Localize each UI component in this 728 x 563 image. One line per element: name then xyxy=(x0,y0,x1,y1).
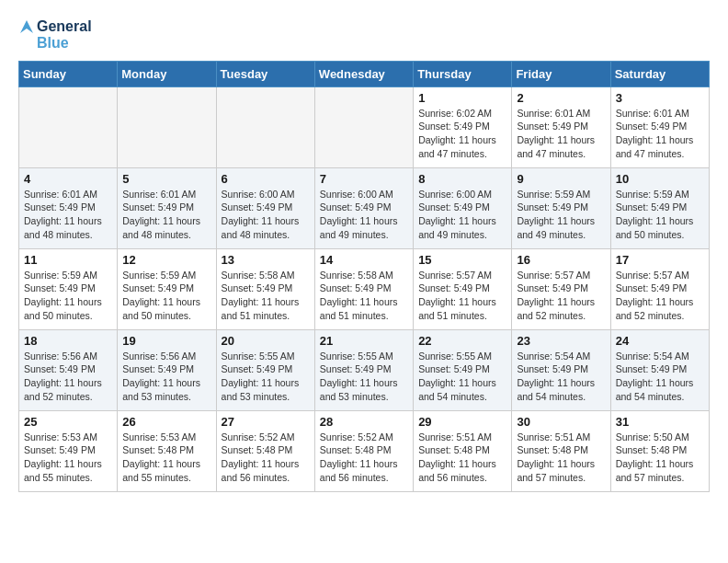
calendar-empty-cell xyxy=(19,86,118,167)
day-number: 22 xyxy=(418,334,506,348)
day-number: 21 xyxy=(320,334,408,348)
day-number: 14 xyxy=(320,253,408,267)
day-number: 29 xyxy=(418,415,506,429)
calendar-day-cell: 14Sunrise: 5:58 AM Sunset: 5:49 PM Dayli… xyxy=(314,248,413,329)
calendar-day-cell: 21Sunrise: 5:55 AM Sunset: 5:49 PM Dayli… xyxy=(314,329,413,410)
day-number: 30 xyxy=(517,415,605,429)
day-info: Sunrise: 5:59 AM Sunset: 5:49 PM Dayligh… xyxy=(517,188,605,242)
calendar-day-cell: 10Sunrise: 5:59 AM Sunset: 5:49 PM Dayli… xyxy=(610,167,709,248)
weekday-header-row: SundayMondayTuesdayWednesdayThursdayFrid… xyxy=(19,61,710,86)
day-number: 19 xyxy=(122,334,210,348)
calendar-day-cell: 30Sunrise: 5:51 AM Sunset: 5:48 PM Dayli… xyxy=(512,410,610,491)
day-info: Sunrise: 5:56 AM Sunset: 5:49 PM Dayligh… xyxy=(24,350,112,404)
weekday-header-saturday: Saturday xyxy=(610,61,709,86)
calendar-day-cell: 5Sunrise: 6:01 AM Sunset: 5:49 PM Daylig… xyxy=(118,167,216,248)
calendar-day-cell: 19Sunrise: 5:56 AM Sunset: 5:49 PM Dayli… xyxy=(118,329,216,410)
calendar-day-cell: 4Sunrise: 6:01 AM Sunset: 5:49 PM Daylig… xyxy=(19,167,118,248)
calendar-empty-cell xyxy=(314,86,413,167)
day-number: 17 xyxy=(616,253,704,267)
page-header: General Blue xyxy=(18,18,710,52)
day-info: Sunrise: 6:00 AM Sunset: 5:49 PM Dayligh… xyxy=(418,188,506,242)
day-info: Sunrise: 5:56 AM Sunset: 5:49 PM Dayligh… xyxy=(122,350,210,404)
calendar-day-cell: 27Sunrise: 5:52 AM Sunset: 5:48 PM Dayli… xyxy=(216,410,314,491)
day-number: 6 xyxy=(222,172,310,186)
day-info: Sunrise: 5:53 AM Sunset: 5:49 PM Dayligh… xyxy=(24,431,112,485)
calendar-day-cell: 31Sunrise: 5:50 AM Sunset: 5:48 PM Dayli… xyxy=(610,410,709,491)
day-number: 1 xyxy=(418,91,506,105)
day-info: Sunrise: 5:59 AM Sunset: 5:49 PM Dayligh… xyxy=(122,269,210,323)
calendar-week-row: 25Sunrise: 5:53 AM Sunset: 5:49 PM Dayli… xyxy=(19,410,710,491)
calendar-day-cell: 18Sunrise: 5:56 AM Sunset: 5:49 PM Dayli… xyxy=(19,329,118,410)
day-number: 24 xyxy=(616,334,704,348)
day-number: 27 xyxy=(222,415,310,429)
day-number: 13 xyxy=(222,253,310,267)
day-info: Sunrise: 5:52 AM Sunset: 5:48 PM Dayligh… xyxy=(320,431,408,485)
day-info: Sunrise: 5:55 AM Sunset: 5:49 PM Dayligh… xyxy=(418,350,506,404)
calendar-day-cell: 9Sunrise: 5:59 AM Sunset: 5:49 PM Daylig… xyxy=(512,167,610,248)
day-info: Sunrise: 5:59 AM Sunset: 5:49 PM Dayligh… xyxy=(616,188,704,242)
day-number: 2 xyxy=(517,91,605,105)
day-info: Sunrise: 5:57 AM Sunset: 5:49 PM Dayligh… xyxy=(517,269,605,323)
day-number: 28 xyxy=(320,415,408,429)
calendar-day-cell: 24Sunrise: 5:54 AM Sunset: 5:49 PM Dayli… xyxy=(610,329,709,410)
calendar-day-cell: 13Sunrise: 5:58 AM Sunset: 5:49 PM Dayli… xyxy=(216,248,314,329)
day-number: 31 xyxy=(616,415,704,429)
calendar-day-cell: 17Sunrise: 5:57 AM Sunset: 5:49 PM Dayli… xyxy=(610,248,709,329)
calendar-day-cell: 28Sunrise: 5:52 AM Sunset: 5:48 PM Dayli… xyxy=(314,410,413,491)
calendar-day-cell: 20Sunrise: 5:55 AM Sunset: 5:49 PM Dayli… xyxy=(216,329,314,410)
calendar-week-row: 18Sunrise: 5:56 AM Sunset: 5:49 PM Dayli… xyxy=(19,329,710,410)
calendar-day-cell: 3Sunrise: 6:01 AM Sunset: 5:49 PM Daylig… xyxy=(610,86,709,167)
calendar-day-cell: 6Sunrise: 6:00 AM Sunset: 5:49 PM Daylig… xyxy=(216,167,314,248)
weekday-header-friday: Friday xyxy=(512,61,610,86)
day-info: Sunrise: 5:58 AM Sunset: 5:49 PM Dayligh… xyxy=(222,269,310,323)
calendar-day-cell: 2Sunrise: 6:01 AM Sunset: 5:49 PM Daylig… xyxy=(512,86,610,167)
calendar-day-cell: 26Sunrise: 5:53 AM Sunset: 5:48 PM Dayli… xyxy=(118,410,216,491)
day-number: 26 xyxy=(122,415,210,429)
calendar-day-cell: 15Sunrise: 5:57 AM Sunset: 5:49 PM Dayli… xyxy=(414,248,512,329)
day-info: Sunrise: 5:55 AM Sunset: 5:49 PM Dayligh… xyxy=(320,350,408,404)
day-number: 18 xyxy=(24,334,112,348)
day-info: Sunrise: 5:50 AM Sunset: 5:48 PM Dayligh… xyxy=(616,431,704,485)
day-info: Sunrise: 5:51 AM Sunset: 5:48 PM Dayligh… xyxy=(517,431,605,485)
calendar-day-cell: 1Sunrise: 6:02 AM Sunset: 5:49 PM Daylig… xyxy=(414,86,512,167)
calendar-day-cell: 7Sunrise: 6:00 AM Sunset: 5:49 PM Daylig… xyxy=(314,167,413,248)
calendar-empty-cell xyxy=(118,86,216,167)
weekday-header-thursday: Thursday xyxy=(414,61,512,86)
day-info: Sunrise: 5:57 AM Sunset: 5:49 PM Dayligh… xyxy=(418,269,506,323)
day-number: 4 xyxy=(24,172,112,186)
day-number: 16 xyxy=(517,253,605,267)
day-info: Sunrise: 5:53 AM Sunset: 5:48 PM Dayligh… xyxy=(122,431,210,485)
day-info: Sunrise: 5:55 AM Sunset: 5:49 PM Dayligh… xyxy=(222,350,310,404)
day-info: Sunrise: 5:54 AM Sunset: 5:49 PM Dayligh… xyxy=(517,350,605,404)
weekday-header-wednesday: Wednesday xyxy=(314,61,413,86)
calendar-day-cell: 29Sunrise: 5:51 AM Sunset: 5:48 PM Dayli… xyxy=(414,410,512,491)
day-info: Sunrise: 5:58 AM Sunset: 5:49 PM Dayligh… xyxy=(320,269,408,323)
logo: General Blue xyxy=(18,18,92,52)
day-info: Sunrise: 5:51 AM Sunset: 5:48 PM Dayligh… xyxy=(418,431,506,485)
calendar-day-cell: 22Sunrise: 5:55 AM Sunset: 5:49 PM Dayli… xyxy=(414,329,512,410)
day-number: 20 xyxy=(222,334,310,348)
day-number: 25 xyxy=(24,415,112,429)
calendar-day-cell: 25Sunrise: 5:53 AM Sunset: 5:49 PM Dayli… xyxy=(19,410,118,491)
day-number: 23 xyxy=(517,334,605,348)
day-number: 10 xyxy=(616,172,704,186)
day-number: 8 xyxy=(418,172,506,186)
weekday-header-monday: Monday xyxy=(118,61,216,86)
calendar-week-row: 11Sunrise: 5:59 AM Sunset: 5:49 PM Dayli… xyxy=(19,248,710,329)
day-number: 9 xyxy=(517,172,605,186)
weekday-header-tuesday: Tuesday xyxy=(216,61,314,86)
day-info: Sunrise: 5:52 AM Sunset: 5:48 PM Dayligh… xyxy=(222,431,310,485)
day-info: Sunrise: 6:00 AM Sunset: 5:49 PM Dayligh… xyxy=(320,188,408,242)
day-info: Sunrise: 6:01 AM Sunset: 5:49 PM Dayligh… xyxy=(616,107,704,161)
day-number: 5 xyxy=(122,172,210,186)
calendar-week-row: 1Sunrise: 6:02 AM Sunset: 5:49 PM Daylig… xyxy=(19,86,710,167)
day-number: 7 xyxy=(320,172,408,186)
day-number: 15 xyxy=(418,253,506,267)
day-info: Sunrise: 6:00 AM Sunset: 5:49 PM Dayligh… xyxy=(222,188,310,242)
day-info: Sunrise: 6:01 AM Sunset: 5:49 PM Dayligh… xyxy=(122,188,210,242)
calendar-day-cell: 23Sunrise: 5:54 AM Sunset: 5:49 PM Dayli… xyxy=(512,329,610,410)
day-info: Sunrise: 6:01 AM Sunset: 5:49 PM Dayligh… xyxy=(24,188,112,242)
calendar-empty-cell xyxy=(216,86,314,167)
day-number: 12 xyxy=(122,253,210,267)
calendar-day-cell: 11Sunrise: 5:59 AM Sunset: 5:49 PM Dayli… xyxy=(19,248,118,329)
